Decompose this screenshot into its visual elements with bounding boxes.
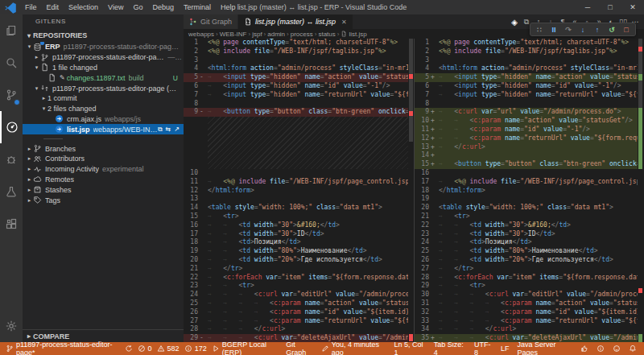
overview-ruler-right[interactable]	[638, 39, 643, 342]
code-line[interactable]: 21→ <tr>	[415, 213, 638, 221]
code-line[interactable]: 23→ → <td width="30">ID</td>	[415, 230, 638, 239]
pause-icon[interactable]: II	[547, 26, 560, 34]
code-line[interactable]: 33→ → → → <c:param name="returnUrl" valu…	[415, 317, 638, 326]
statusbar-language-mode[interactable]: Java Server Pages	[513, 342, 576, 355]
code-line[interactable]: 35+→ → → <c:url var="deleteAjaxUrl" valu…	[415, 334, 638, 342]
menu-go[interactable]: Go	[128, 0, 147, 14]
code-line[interactable]: 11→ <%@ include file="/WEB-INF/jspf/page…	[184, 178, 408, 187]
section-repositories[interactable]: ▾ REPOSITORIES	[23, 29, 184, 42]
activity-debug[interactable]	[0, 143, 23, 175]
tree-item-1-commit[interactable]: ▸1 commit	[23, 93, 184, 104]
code-line[interactable]: 21→ </tr>	[184, 265, 408, 274]
tree-item-branches[interactable]: ▸Branches	[23, 143, 184, 154]
code-line[interactable]: 8	[415, 100, 638, 109]
activity-gitlens[interactable]	[0, 111, 23, 143]
code-line[interactable]: 9-→ <button type="button" class="btn-gre…	[184, 108, 408, 117]
tree-item-erp[interactable]: ▾ERPp11897-process-status-editor-page • …	[23, 42, 184, 52]
gitlens-compare-diamond-icon[interactable]: ◈	[509, 18, 520, 27]
tree-item-remotes[interactable]: ▸Remotes	[23, 175, 184, 185]
menu-debug[interactable]: Debug	[147, 0, 179, 14]
code-line[interactable]: 6→ <input type="hidden" name="id" value=…	[184, 82, 408, 91]
code-line[interactable]: 7→ <input type="hidden" name="returnUrl"…	[415, 91, 638, 100]
code-line[interactable]: 13	[184, 195, 408, 204]
tree-item-2-files-changed[interactable]: ▾2 files changed	[23, 104, 184, 114]
code-line[interactable]: 20<table style="width: 100%;" class="dat…	[415, 204, 638, 213]
code-line[interactable]: 1<%@ page contentType="text/html; charse…	[184, 39, 408, 47]
code-line[interactable]: 18→ → <td>Позиция</td>	[184, 238, 408, 247]
statusbar-feedback-thumb[interactable]	[576, 342, 592, 355]
code-line[interactable]: 5+→ <input type="hidden" name="action" v…	[415, 73, 638, 82]
code-line[interactable]: 30→ → → <c:url var="editUrl" value="/adm…	[415, 291, 638, 299]
statusbar-warnings[interactable]: 582	[155, 342, 182, 355]
minimize-button[interactable]: ─	[576, 0, 599, 14]
code-line[interactable]: 22→ <c:forEach var="item" items="${form.…	[184, 274, 408, 283]
code-line[interactable]: 34→ → → </c:url>	[415, 325, 638, 334]
tree-item-list-jsp[interactable]: list.jspwebapps/WEB-INF/jspf/admin/pr...…	[23, 124, 184, 134]
tree-item-crm-ajax-js[interactable]: crm.ajax.jswebapps/js	[23, 114, 184, 125]
tree-item-tags[interactable]: ▸Tags	[23, 195, 184, 205]
menu-edit[interactable]: Edit	[42, 0, 64, 14]
code-line[interactable]: 7→ <input type="hidden" name="returnUrl"…	[184, 91, 408, 100]
code-line[interactable]: 32→ → → → <c:param name="id" value="${it…	[415, 308, 638, 317]
statusbar-git-branch-status[interactable]: p11897-process-status-editor-page*	[3, 342, 122, 355]
statusbar-launch-config[interactable]: BGERP Local (ERP)	[209, 342, 284, 355]
statusbar-errors[interactable]: 0	[135, 342, 155, 355]
code-line[interactable]: 27→ </tr>	[415, 265, 638, 274]
code-line[interactable]: 14+	[415, 151, 638, 160]
statusbar-tab-size[interactable]: Tab Size: 4	[430, 342, 470, 355]
breadcrumb-file[interactable]: list.jsp	[349, 31, 366, 38]
code-line[interactable]: 5-→ <input type="hidden" name="action" v…	[184, 73, 408, 82]
code-line[interactable]: 22→ → <td width="30">&#160;</td>	[415, 221, 638, 230]
code-line[interactable]: 15→ <tr>	[184, 213, 408, 221]
activity-gear[interactable]	[0, 310, 23, 342]
statusbar-encoding[interactable]: UTF-8	[470, 342, 497, 355]
code-line[interactable]: 25→ → → → <c:param name="action" value="…	[184, 299, 408, 308]
code-line[interactable]: 13+→ </c:url>	[415, 143, 638, 152]
menu-selection[interactable]: Selection	[64, 0, 103, 14]
breadcrumb-item[interactable]: WEB-INF	[220, 31, 247, 38]
code-line[interactable]: 1<%@ page contentType="text/html; charse…	[415, 39, 638, 47]
activity-test-beaker[interactable]	[0, 175, 23, 208]
step-into-icon[interactable]: ↓	[576, 26, 589, 34]
tree-item-contributors[interactable]: ▸Contributors	[23, 154, 184, 164]
code-line[interactable]: 2<%@ include file="/WEB-INF/jspf/taglibs…	[415, 47, 638, 56]
code-line[interactable]: 3	[415, 56, 638, 65]
code-line[interactable]: 15+→ <button type="button" class="btn-gr…	[415, 160, 638, 169]
code-line[interactable]: 18</html:form>	[415, 187, 638, 196]
tree-item-1-file-changed[interactable]: ▾1 file changed	[23, 63, 184, 73]
code-line[interactable]: 10	[184, 169, 408, 178]
code-line[interactable]: 31→ → → → <c:param name="action" value="…	[415, 299, 638, 308]
statusbar-infos[interactable]: 172	[182, 342, 209, 355]
tab-list-jsp-master-list-jsp[interactable]: list.jsp (master) ↔ list.jsp ✕	[238, 14, 353, 29]
code-line[interactable]: 11+→ → <c:param name="id" value="-1"/>	[415, 126, 638, 134]
code-line[interactable]: 20→ → <td width="20%">Где используется</…	[184, 256, 408, 265]
overview-ruler-left[interactable]	[408, 39, 414, 342]
close-button[interactable]: ✕	[621, 0, 644, 14]
tree-item-incoming-activity[interactable]: ▸Incoming Activityexperimental	[23, 164, 184, 175]
restart-icon[interactable]: ↺	[605, 26, 618, 34]
code-line[interactable]: 10+→ → <c:param name="action" value="sta…	[415, 117, 638, 126]
open-file-icon[interactable]: ↗	[174, 126, 180, 134]
code-line[interactable]: 12+→ → <c:param name="returnUrl" value="…	[415, 134, 638, 143]
scrollbar-thumb[interactable]	[409, 39, 413, 142]
code-line[interactable]: 8	[184, 100, 408, 109]
code-line[interactable]: 25→ → <td width="80%">Наименование</td>	[415, 247, 638, 256]
code-line[interactable]: 16	[415, 169, 638, 178]
code-line[interactable]: 3	[184, 56, 408, 65]
tree-item-p11897-process-status-editor-page-workin[interactable]: ▾p11897-process-status-editor-page (work…	[23, 83, 184, 93]
code-line[interactable]: 19→ → <td width="80%">Наименование</td>	[184, 247, 408, 256]
maximize-button[interactable]: □	[599, 0, 621, 14]
close-icon[interactable]: ✕	[341, 19, 347, 26]
code-line[interactable]: 26→ → <td width="20%">Где используется</…	[415, 256, 638, 265]
statusbar-notifications-bell[interactable]	[625, 342, 641, 355]
menu-terminal[interactable]: Terminal	[179, 0, 216, 14]
menu-help[interactable]: Help	[216, 0, 241, 14]
statusbar-sync-status[interactable]	[122, 342, 135, 355]
code-line[interactable]: 19	[415, 195, 638, 204]
statusbar-info-indicator[interactable]	[592, 342, 609, 355]
step-out-icon[interactable]: ↑	[591, 26, 604, 34]
code-line[interactable]: 26→ → → → <c:param name="id" value="${it…	[184, 308, 408, 317]
activity-search[interactable]	[0, 47, 23, 79]
code-line[interactable]: 12</html:form>	[184, 187, 408, 196]
tree-item-changes-11897-txt[interactable]: ✎changes.11897.txtbuildU	[23, 72, 184, 83]
